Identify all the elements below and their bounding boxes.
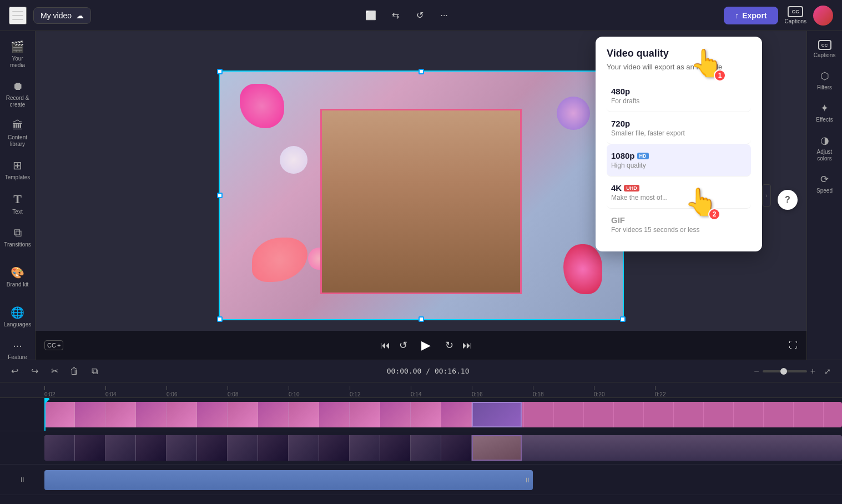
right-sidebar: CC Captions ⬡ Filters ✦ Effects ◑ Adjust… <box>806 31 842 360</box>
zoom-slider[interactable] <box>763 370 807 372</box>
time-display: 00:00.00 / 00:16.10 <box>107 367 749 375</box>
zoom-in-button[interactable]: + <box>810 366 815 376</box>
sidebar-item-adjust-colors[interactable]: ◑ Adjust colors <box>809 130 840 167</box>
ruler-tick <box>105 386 106 390</box>
project-name[interactable]: My video ☁ <box>33 7 91 24</box>
track-content-2[interactable] <box>44 431 842 464</box>
sidebar-label: Transitions <box>4 241 31 248</box>
track-strip-1[interactable] <box>44 402 842 427</box>
redo-button[interactable]: ↪ <box>27 364 42 379</box>
ruler-mark: 0:12 <box>350 386 411 397</box>
track-pause-button[interactable]: ⏸ <box>19 476 26 483</box>
fit-to-screen-button[interactable]: ⤢ <box>820 364 835 379</box>
sidebar-item-filters[interactable]: ⬡ Filters <box>809 65 840 95</box>
quality-desc-gif: For videos 15 seconds or less <box>611 226 747 234</box>
track-content-1[interactable] <box>44 398 842 431</box>
quality-subtitle: Your video will export as an MP4 file <box>607 63 751 71</box>
sidebar-item-record-create[interactable]: ⏺ Record & create <box>2 75 33 113</box>
handle-middle-left[interactable] <box>217 193 223 198</box>
captions-label: Captions <box>785 18 806 24</box>
cut-button[interactable]: ✂ <box>47 364 62 379</box>
track-row-2 <box>0 431 842 465</box>
crop-button[interactable]: ⬜ <box>361 6 381 26</box>
user-avatar[interactable] <box>813 6 833 26</box>
decoration-blob-5 <box>280 146 307 174</box>
track-strip-3[interactable]: ⏸ <box>44 470 533 490</box>
quality-option-gif[interactable]: GIF For videos 15 seconds or less <box>607 209 751 240</box>
quality-name-4k: 4K UHD <box>611 183 747 193</box>
undo-button[interactable]: ↩ <box>7 364 22 379</box>
video-frame <box>220 72 623 319</box>
cc-icon: CC <box>47 342 56 349</box>
ruler-marks: 0:02 0:04 0:06 0:08 0:10 <box>44 382 838 397</box>
quality-option-1080p[interactable]: 1080p HD High quality <box>607 144 751 177</box>
sidebar-label: Content library <box>4 134 31 148</box>
sidebar-item-text[interactable]: T Text <box>2 188 33 220</box>
ruler-tick <box>655 386 656 390</box>
ruler-tick <box>289 386 289 390</box>
help-button[interactable]: ? <box>778 190 798 210</box>
sidebar-item-captions[interactable]: CC Captions <box>809 36 840 63</box>
ruler-label: 0:20 <box>594 391 604 397</box>
timeline-section: ↩ ↪ ✂ 🗑 ⧉ 00:00.00 / 00:16.10 − + ⤢ 0:02 <box>0 360 842 504</box>
decoration-blob-1 <box>240 84 284 128</box>
ruler-mark: 0:08 <box>228 386 289 397</box>
handle-top-left[interactable] <box>217 69 223 74</box>
handle-bottom-middle[interactable] <box>419 316 424 322</box>
adjust-colors-icon: ◑ <box>820 134 829 147</box>
rotate-button[interactable]: ↺ <box>410 6 430 26</box>
handle-top-middle[interactable] <box>419 69 424 74</box>
sidebar-item-transitions[interactable]: ⧉ Transitions <box>2 222 33 253</box>
menu-button[interactable] <box>9 7 27 24</box>
sidebar-label: Templates <box>5 174 31 181</box>
sidebar-item-speed[interactable]: ⟳ Speed <box>809 169 840 199</box>
zoom-out-button[interactable]: − <box>754 366 759 376</box>
forward-button[interactable]: ↻ <box>445 339 453 351</box>
ruler-mark: 0:22 <box>655 386 716 397</box>
timeline-tracks: ⏸ ⏸ <box>0 398 842 504</box>
sidebar-item-feature-flags[interactable]: ··· Feature Flags <box>2 335 33 360</box>
delete-button[interactable]: 🗑 <box>67 364 82 379</box>
track-strip-2[interactable] <box>44 435 842 461</box>
sidebar-item-brand-kit[interactable]: 🎨 Brand kit <box>2 261 33 293</box>
handle-bottom-right[interactable] <box>620 316 626 322</box>
track-content-3[interactable]: ⏸ <box>44 465 842 495</box>
timeline-toolbar: ↩ ↪ ✂ 🗑 ⧉ 00:00.00 / 00:16.10 − + ⤢ <box>0 360 842 382</box>
ruler-mark: 0:16 <box>472 386 533 397</box>
expand-sidebar-button[interactable]: › <box>762 184 771 206</box>
ruler-tick <box>44 386 45 390</box>
library-icon: 🏛 <box>12 119 23 132</box>
skip-to-start-button[interactable]: ⏮ <box>380 340 390 351</box>
sidebar-item-effects[interactable]: ✦ Effects <box>809 98 840 128</box>
adjust-colors-label: Adjust colors <box>811 149 838 162</box>
quality-title: Video quality <box>607 48 751 59</box>
cc-plus: + <box>57 342 60 349</box>
sidebar-item-templates[interactable]: ⊞ Templates <box>2 154 33 185</box>
flip-button[interactable]: ⇆ <box>385 6 405 26</box>
time-code: 00:00.00 / 00:16.10 <box>387 367 470 375</box>
sidebar-label: Brand kit <box>7 281 28 288</box>
more-options-button[interactable]: ··· <box>434 6 454 26</box>
quality-option-720p[interactable]: 720p Smaller file, faster export <box>607 112 751 144</box>
export-button[interactable]: ↑ Export <box>724 7 778 24</box>
sidebar-label: Your media <box>4 56 31 69</box>
handle-bottom-left[interactable] <box>217 316 223 322</box>
duplicate-button[interactable]: ⧉ <box>87 364 102 379</box>
play-pause-button[interactable]: ▶ <box>416 335 436 355</box>
captions-button[interactable]: CC Captions <box>785 6 806 24</box>
sidebar-item-languages[interactable]: 🌐 Languages <box>2 301 33 332</box>
quality-desc-720p: Smaller file, faster export <box>611 129 747 137</box>
sidebar-item-your-media[interactable]: 🎬 Your media <box>2 36 33 73</box>
cc-add-button[interactable]: CC + <box>44 340 63 350</box>
quality-dropdown: Video quality Your video will export as … <box>596 37 762 251</box>
video-canvas[interactable] <box>219 70 624 320</box>
quality-option-480p[interactable]: 480p For drafts <box>607 80 751 112</box>
feature-flags-icon: ··· <box>13 339 22 352</box>
skip-to-end-button[interactable]: ⏭ <box>462 340 472 351</box>
fullscreen-button[interactable]: ⛶ <box>789 340 798 350</box>
quality-option-4k[interactable]: 4K UHD Make the most of... <box>607 177 751 209</box>
auto-save-icon: ☁ <box>76 11 84 20</box>
ruler-label: 0:18 <box>533 391 543 397</box>
sidebar-item-content-library[interactable]: 🏛 Content library <box>2 115 33 152</box>
rewind-button[interactable]: ↺ <box>399 339 407 351</box>
